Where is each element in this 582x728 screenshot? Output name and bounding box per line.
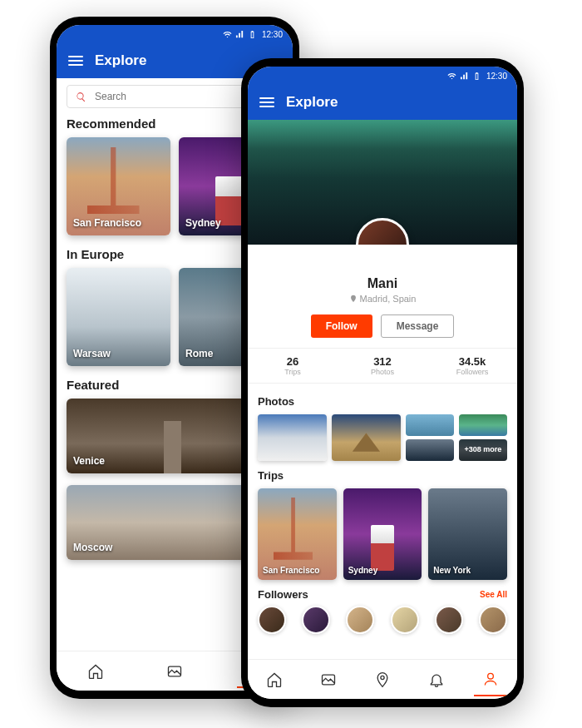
follower-avatar[interactable]	[391, 606, 419, 634]
signal-icon	[235, 30, 244, 39]
battery-icon	[472, 72, 481, 81]
photo-thumb-column	[406, 414, 454, 461]
photos-row: +308 more	[258, 414, 507, 461]
follower-avatar[interactable]	[479, 606, 507, 634]
follower-avatar[interactable]	[258, 606, 286, 634]
nav-home[interactable]	[258, 663, 291, 696]
status-time: 12:30	[486, 72, 507, 81]
follow-button[interactable]: Follow	[311, 314, 372, 338]
svg-point-4	[487, 673, 493, 679]
photos-title: Photos	[258, 395, 507, 408]
content-right: Mani Madrid, Spain Follow Message 26Trip…	[248, 120, 517, 659]
search-icon	[76, 92, 86, 102]
card-warsaw[interactable]: Warsaw	[67, 268, 170, 366]
signal-icon	[460, 72, 469, 81]
app-bar: Explore	[248, 85, 517, 120]
bell-icon	[428, 671, 445, 688]
profile-name: Mani	[248, 276, 517, 291]
card-label: San Francisco	[73, 217, 141, 229]
profile-header: Mani Madrid, Spain Follow Message	[248, 245, 517, 338]
nav-gallery[interactable]	[312, 663, 345, 696]
photo-thumb[interactable]	[258, 414, 327, 461]
gallery-icon	[166, 663, 183, 680]
trips-title: Trips	[258, 469, 507, 482]
status-bar: 12:30	[248, 67, 517, 85]
follower-avatar[interactable]	[346, 606, 374, 634]
nav-gallery[interactable]	[158, 655, 191, 688]
status-time: 12:30	[262, 30, 283, 39]
location-icon	[374, 671, 391, 688]
photo-thumb[interactable]	[332, 414, 401, 461]
page-title: Explore	[95, 52, 146, 69]
followers-title: Followers	[258, 588, 308, 601]
nav-notifications[interactable]	[420, 663, 453, 696]
stat-followers[interactable]: 34.5kFollowers	[427, 349, 517, 383]
stat-trips[interactable]: 26Trips	[248, 349, 338, 383]
trip-new-york[interactable]: New York	[428, 488, 507, 580]
home-icon	[266, 671, 283, 688]
card-label: Rome	[185, 348, 213, 359]
svg-point-3	[381, 676, 384, 679]
menu-icon[interactable]	[68, 56, 83, 66]
photo-thumb[interactable]	[406, 414, 454, 436]
photo-thumb[interactable]	[459, 414, 507, 436]
phone-profile: 12:30 Explore Mani Madrid, Spain Follow …	[241, 58, 524, 707]
followers-header: Followers See All	[258, 588, 507, 601]
page-title: Explore	[286, 94, 338, 111]
screen-right: 12:30 Explore Mani Madrid, Spain Follow …	[248, 67, 517, 699]
card-label: Venice	[73, 455, 105, 467]
card-label: Moscow	[73, 542, 112, 553]
wifi-icon	[447, 72, 456, 81]
trip-sydney[interactable]: Sydney	[343, 488, 422, 580]
home-icon	[87, 663, 104, 680]
follower-avatar[interactable]	[435, 606, 463, 634]
message-button[interactable]: Message	[381, 314, 455, 338]
trips-row: San Francisco Sydney New York	[258, 488, 507, 580]
nav-explore[interactable]	[366, 663, 399, 696]
status-icons	[223, 30, 257, 39]
gallery-icon	[320, 671, 337, 688]
stat-photos[interactable]: 312Photos	[338, 349, 427, 383]
profile-location: Madrid, Spain	[349, 294, 417, 304]
card-label: Warsaw	[73, 348, 111, 359]
trip-san-francisco[interactable]: San Francisco	[258, 488, 337, 580]
wifi-icon	[223, 30, 232, 39]
card-san-francisco[interactable]: San Francisco	[67, 137, 170, 235]
nav-profile[interactable]	[474, 663, 507, 696]
profile-icon	[482, 671, 499, 687]
pin-icon	[349, 295, 358, 303]
photo-thumb-column: +308 more	[459, 414, 507, 461]
card-label: Sydney	[185, 217, 221, 229]
see-all-link[interactable]: See All	[480, 590, 507, 599]
profile-stats: 26Trips 312Photos 34.5kFollowers	[248, 348, 517, 384]
followers-row	[258, 606, 507, 634]
nav-home[interactable]	[79, 655, 112, 688]
profile-actions: Follow Message	[248, 314, 517, 338]
menu-icon[interactable]	[259, 97, 274, 107]
status-bar: 12:30	[57, 25, 293, 43]
bottom-nav	[248, 659, 517, 699]
profile-hero	[248, 120, 517, 245]
battery-icon	[248, 30, 257, 39]
status-icons	[447, 72, 481, 81]
photos-more[interactable]: +308 more	[459, 439, 507, 461]
follower-avatar[interactable]	[302, 606, 330, 634]
photo-thumb[interactable]	[406, 439, 454, 461]
